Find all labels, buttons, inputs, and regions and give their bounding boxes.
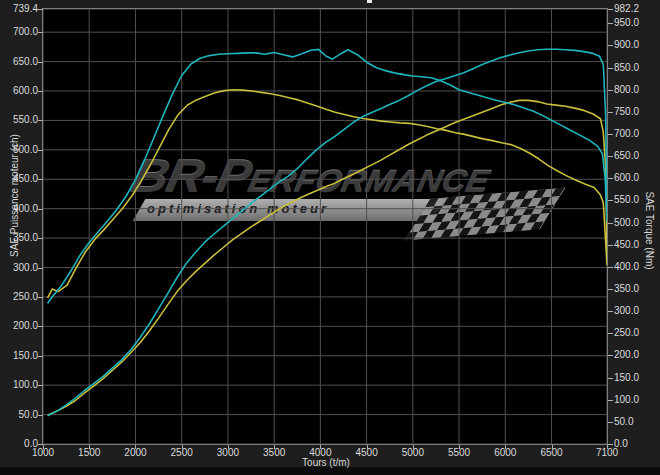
right-axis-tick <box>608 68 613 69</box>
dyno-chart-window: BR-Performance optimisation moteur SAE P… <box>0 0 660 475</box>
x-axis-tick-label: 1000 <box>21 448 65 458</box>
right-axis-tick-label: 950.0 <box>614 18 654 28</box>
right-axis-tick-label: 700.0 <box>614 129 654 139</box>
left-axis-tick <box>38 326 43 327</box>
right-axis-tick <box>608 200 613 201</box>
x-axis-tick <box>182 445 183 449</box>
right-axis-tick <box>608 45 613 46</box>
series-cyan-torque <box>48 49 607 303</box>
x-axis-tick-label: 5500 <box>437 448 481 458</box>
right-axis-tick <box>608 311 613 312</box>
right-axis-tick <box>608 134 613 135</box>
right-axis-tick-label: 800.0 <box>614 85 654 95</box>
cut-off-title-mark <box>367 0 372 3</box>
x-axis-tick-label: 3500 <box>252 448 296 458</box>
right-axis-tick-label: 150.0 <box>614 373 654 383</box>
x-axis-tick <box>228 445 229 449</box>
right-axis-tick-label: 50.0 <box>614 417 654 427</box>
x-axis-tick <box>552 445 553 449</box>
right-axis-tick-label: 850.0 <box>614 63 654 73</box>
chart-plot-area: BR-Performance optimisation moteur <box>43 9 607 444</box>
right-axis-tick-label: 750.0 <box>614 107 654 117</box>
right-axis-tick <box>608 156 613 157</box>
right-axis-tick-label: 500.0 <box>614 218 654 228</box>
x-axis-tick-label: 4500 <box>345 448 389 458</box>
left-axis-tick <box>38 209 43 210</box>
right-axis-tick-label: 300.0 <box>614 306 654 316</box>
x-axis-tick-label: 2000 <box>113 448 157 458</box>
left-axis-tick-label: 150.0 <box>2 351 38 361</box>
x-axis-tick <box>320 445 321 449</box>
left-axis-tick-label: 550.0 <box>2 115 38 125</box>
right-axis-tick <box>608 378 613 379</box>
left-axis-tick-label: 100.0 <box>2 380 38 390</box>
right-axis-tick <box>608 333 613 334</box>
left-axis-tick <box>38 91 43 92</box>
left-axis-tick <box>38 9 43 10</box>
left-axis-tick <box>38 32 43 33</box>
right-axis-tick <box>608 23 613 24</box>
right-axis-tick-label: 650.0 <box>614 151 654 161</box>
x-axis-tick-label: 6500 <box>530 448 574 458</box>
left-axis-tick <box>38 179 43 180</box>
left-axis-tick-label: 300.0 <box>2 263 38 273</box>
right-axis-tick <box>608 245 613 246</box>
left-axis-tick-label: 500.0 <box>2 145 38 155</box>
x-axis-tick <box>43 445 44 449</box>
left-axis-tick <box>38 385 43 386</box>
left-axis-tick <box>38 62 43 63</box>
x-axis-tick <box>607 445 608 449</box>
x-axis-tick <box>274 445 275 449</box>
x-axis-tick <box>367 445 368 449</box>
x-axis-tick <box>459 445 460 449</box>
right-axis-tick-label: 100.0 <box>614 395 654 405</box>
x-axis-tick-label: 6000 <box>483 448 527 458</box>
x-axis-tick <box>505 445 506 449</box>
left-axis-tick <box>38 120 43 121</box>
x-axis-tick <box>413 445 414 449</box>
right-axis-tick <box>608 289 613 290</box>
left-axis-tick <box>38 415 43 416</box>
bottom-margin-strip <box>0 467 660 475</box>
right-axis-tick <box>608 9 613 10</box>
left-axis-tick-label: 50.0 <box>2 410 38 420</box>
x-axis-title: Tours (t/m) <box>266 457 386 468</box>
right-axis-tick <box>608 178 613 179</box>
right-axis-tick-label: 900.0 <box>614 40 654 50</box>
left-axis-tick-label: 400.0 <box>2 204 38 214</box>
right-axis-tick <box>608 90 613 91</box>
left-axis-tick-label: 250.0 <box>2 292 38 302</box>
right-axis-tick <box>608 112 613 113</box>
left-axis-tick-label: 200.0 <box>2 321 38 331</box>
right-axis-tick <box>608 355 613 356</box>
x-axis-tick <box>135 445 136 449</box>
left-axis-tick-label: 700.0 <box>2 27 38 37</box>
series-yellow-power <box>48 100 607 415</box>
right-axis-tick <box>608 400 613 401</box>
x-axis-tick-label: 3000 <box>206 448 250 458</box>
right-axis-tick-label: 550.0 <box>614 195 654 205</box>
chart-canvas <box>43 9 607 444</box>
left-axis-tick <box>38 356 43 357</box>
right-axis-tick <box>608 444 613 445</box>
left-axis-tick-label: 450.0 <box>2 174 38 184</box>
x-axis-tick-label: 2500 <box>160 448 204 458</box>
x-axis-tick-label: 7100 <box>585 448 629 458</box>
right-axis-tick <box>608 223 613 224</box>
left-axis-tick <box>38 238 43 239</box>
right-axis-tick-label: 200.0 <box>614 350 654 360</box>
right-axis-tick-label: 250.0 <box>614 328 654 338</box>
left-axis-tick-label: 350.0 <box>2 233 38 243</box>
series-cyan-power <box>48 49 607 416</box>
left-axis-tick-label: 650.0 <box>2 57 38 67</box>
left-axis-tick-label: 600.0 <box>2 86 38 96</box>
left-axis-tick <box>38 297 43 298</box>
right-axis-tick <box>608 267 613 268</box>
left-axis-tick <box>38 150 43 151</box>
x-axis-tick-label: 4000 <box>298 448 342 458</box>
right-axis-tick-label: 982.2 <box>614 4 654 14</box>
x-axis-tick <box>89 445 90 449</box>
right-axis-tick-label: 400.0 <box>614 262 654 272</box>
right-axis-tick-label: 600.0 <box>614 173 654 183</box>
right-axis-tick <box>608 422 613 423</box>
